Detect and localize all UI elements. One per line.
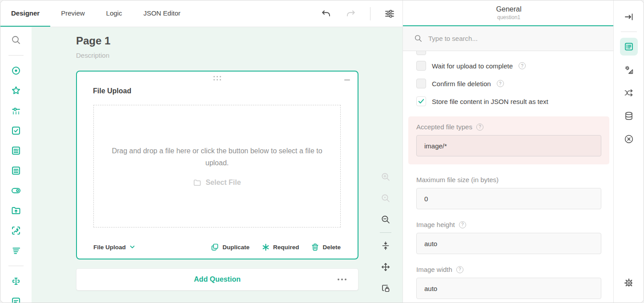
field-label: Accepted file types [416, 123, 472, 131]
delete-label: Delete [322, 244, 341, 251]
add-question-menu-icon[interactable] [335, 276, 349, 283]
question-type-label: File Upload [93, 244, 126, 251]
zoom-actual-icon[interactable] [380, 192, 391, 204]
select-file-label: Select File [205, 179, 241, 187]
undo-icon[interactable] [320, 8, 332, 20]
top-toolbar: Designer Preview Logic JSON Editor [0, 0, 402, 27]
tab-preview[interactable]: Preview [50, 0, 95, 27]
file-upload-icon[interactable] [10, 205, 22, 216]
add-question-button[interactable]: Add Question [76, 268, 358, 291]
zoom-in-icon[interactable] [380, 171, 391, 183]
required-icon [262, 243, 270, 251]
field-label-row: Maximum file size (in bytes) [416, 176, 601, 183]
question-card[interactable]: File Upload Drag and drop a file here or… [76, 71, 358, 259]
toolbox-divider [8, 266, 24, 266]
required-button[interactable]: Required [262, 243, 299, 251]
image-picker-icon[interactable] [10, 225, 22, 236]
sidebar-divider [621, 32, 637, 32]
tab-designer[interactable]: Designer [0, 0, 50, 27]
survey-creator-app: Designer Preview Logic JSON Editor [0, 0, 644, 303]
image-height-input[interactable] [416, 233, 601, 254]
collapse-question-button[interactable] [344, 77, 350, 83]
accepted-file-types-input[interactable] [416, 135, 601, 156]
tab-json-editor[interactable]: JSON Editor [133, 0, 191, 27]
help-icon[interactable] [476, 124, 483, 131]
checkbox-icon[interactable] [10, 125, 22, 136]
field-label-row: Image height [416, 221, 601, 228]
drag-handle-icon[interactable] [213, 76, 221, 81]
file-dropzone[interactable]: Drag and drop a file here or click the b… [93, 105, 341, 227]
selected-question-name: question1 [497, 14, 520, 20]
search-icon[interactable] [10, 34, 22, 46]
max-file-size-input[interactable] [416, 188, 601, 209]
design-surface: Page 1 Description File Upload Drag and … [32, 27, 402, 303]
boolean-icon[interactable] [10, 185, 22, 196]
duplicate-button[interactable]: Duplicate [211, 243, 250, 251]
property-panel-header: General question1 [403, 0, 615, 26]
sliders-icon[interactable] [384, 8, 395, 20]
checkbox-checked-icon[interactable] [416, 96, 426, 106]
toolbox-sidebar [0, 27, 32, 303]
redo-icon[interactable] [345, 8, 357, 20]
help-icon[interactable] [456, 266, 463, 273]
surface-controls-divider [380, 232, 391, 233]
dropdown-icon[interactable] [10, 105, 22, 116]
search-input[interactable] [428, 35, 608, 42]
translation-icon[interactable] [620, 84, 638, 102]
theme-icon[interactable] [620, 61, 638, 79]
checkbox-icon[interactable] [416, 79, 426, 88]
question-footer: File Upload [93, 243, 341, 251]
page-description[interactable]: Description [76, 52, 109, 59]
help-icon[interactable] [497, 80, 504, 87]
chevron-down-icon [130, 245, 135, 249]
checkbox-label: Confirm file deletion [432, 80, 491, 88]
question-title[interactable]: File Upload [93, 87, 131, 95]
checkbox-confirm-deletion[interactable]: Confirm file deletion [403, 75, 615, 92]
required-label: Required [273, 244, 299, 251]
expand-icon[interactable] [380, 261, 391, 273]
zoom-out-icon[interactable] [380, 214, 391, 225]
page-title[interactable]: Page 1 [76, 35, 110, 47]
help-icon[interactable] [519, 62, 526, 69]
dropzone-text: Drag and drop a file here or click the b… [108, 145, 326, 169]
field-image-width: Image width [416, 266, 601, 299]
collapse-panel-icon[interactable] [620, 8, 638, 26]
matrix-icon[interactable] [10, 145, 22, 156]
checkbox-wait-for-upload[interactable]: Wait for upload to complete [403, 57, 615, 75]
field-max-file-size: Maximum file size (in bytes) [416, 176, 601, 209]
surface-controls [380, 171, 391, 303]
field-label: Image width [416, 266, 452, 273]
checkbox-label: Wait for upload to complete [432, 62, 513, 70]
rating-icon[interactable] [10, 85, 22, 96]
select-file-button[interactable]: Select File [193, 179, 241, 187]
field-label: Maximum file size (in bytes) [416, 176, 499, 183]
checkbox-partially-scrolled[interactable] [416, 51, 426, 55]
checkbox-icon[interactable] [416, 61, 426, 71]
sidebar-tabs-strip [613, 0, 644, 303]
question-type-selector[interactable]: File Upload [93, 244, 135, 251]
embed-icon[interactable] [620, 107, 638, 125]
image-width-input[interactable] [416, 278, 601, 299]
property-search [403, 26, 615, 51]
close-icon[interactable] [620, 130, 638, 148]
ranking-icon[interactable] [10, 245, 22, 256]
radiogroup-icon[interactable] [10, 65, 22, 76]
collapse-all-icon[interactable] [380, 240, 391, 251]
single-line-text-icon[interactable] [10, 275, 22, 287]
tab-logic[interactable]: Logic [96, 0, 133, 27]
comment-icon[interactable] [10, 295, 22, 303]
checkbox-store-content[interactable]: Store file content in JSON result as tex… [403, 92, 615, 110]
add-question-label: Add Question [194, 275, 241, 283]
property-grid-icon[interactable] [620, 38, 638, 56]
property-category-title: General [496, 5, 522, 13]
delete-button[interactable]: Delete [311, 243, 341, 251]
gear-icon[interactable] [620, 274, 638, 292]
field-label-row: Image width [416, 266, 601, 273]
duplicate-label: Duplicate [222, 244, 250, 251]
lock-icon[interactable] [380, 283, 391, 294]
folder-icon [193, 179, 201, 187]
field-image-height: Image height [416, 221, 601, 254]
help-icon[interactable] [459, 221, 466, 228]
checkbox-label: Store file content in JSON result as tex… [432, 98, 548, 105]
matrix-dropdown-icon[interactable] [10, 165, 22, 176]
